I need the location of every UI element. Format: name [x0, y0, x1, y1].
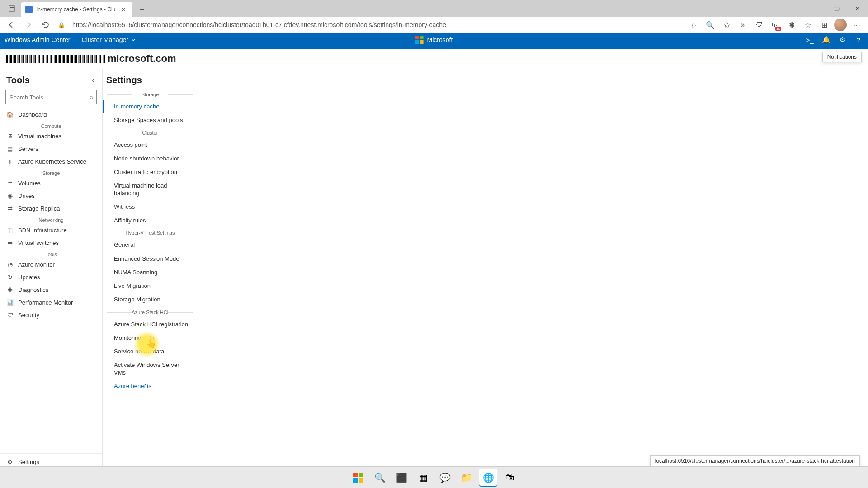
tab-actions-button[interactable] — [5, 1, 19, 16]
settings-item-azure-stack-hci-registration[interactable]: Azure Stack HCI registration — [103, 318, 198, 331]
aks-icon: ⎈ — [6, 158, 14, 165]
settings-item-storage-migration[interactable]: Storage Migration — [103, 293, 198, 306]
extensions-icon[interactable]: ✱ — [784, 17, 799, 33]
vm-icon: 🖥 — [6, 132, 14, 140]
window-maximize[interactable]: ▢ — [826, 0, 847, 17]
sidebar-item-diagnostics[interactable]: ✚Diagnostics — [0, 283, 102, 296]
settings-item-access-point[interactable]: Access point — [103, 138, 198, 152]
sidebar-item-performance-monitor[interactable]: 📊Performance Monitor — [0, 296, 102, 309]
refresh-icon — [42, 21, 50, 29]
collapse-sidebar-button[interactable] — [90, 78, 96, 83]
sidebar-item-azure-kubernetes-service[interactable]: ⎈Azure Kubernetes Service — [0, 155, 102, 168]
windows-logo-icon — [353, 473, 363, 483]
sidebar-item-drives[interactable]: ◉Drives — [0, 189, 102, 202]
shield-icon[interactable]: 🛡 — [751, 17, 767, 33]
help-icon[interactable]: ? — [854, 35, 863, 45]
new-tab-button[interactable]: ＋ — [135, 3, 149, 16]
sidebar-item-dashboard[interactable]: 🏠Dashboard — [0, 108, 102, 121]
notifications-icon[interactable]: 🔔 — [821, 35, 831, 45]
settings-item-node-shutdown-behavior[interactable]: Node shutdown behavior — [103, 152, 198, 165]
sidebar-item-label: Volumes — [18, 180, 41, 187]
settings-item-numa-spanning[interactable]: NUMA Spanning — [103, 266, 198, 279]
wac-product-name[interactable]: Windows Admin Center — [5, 36, 71, 43]
taskbar-widgets[interactable]: ▦ — [414, 469, 432, 487]
tab-bar: In-memory cache - Settings - Clu ✕ ＋ ― ▢… — [0, 0, 868, 17]
favorite-icon[interactable]: ✩ — [719, 17, 734, 33]
tab-title: In-memory cache - Settings - Clu — [36, 6, 115, 13]
replica-icon: ⇄ — [6, 205, 14, 212]
window-close[interactable]: ✕ — [847, 0, 868, 17]
task-view[interactable]: ⬛ — [392, 469, 410, 487]
arrow-left-icon — [7, 21, 15, 29]
settings-group-label: Cluster — [107, 130, 193, 136]
sidebar-settings-label: Settings — [18, 459, 39, 465]
sidebar-item-label: Dashboard — [18, 111, 47, 118]
settings-item-witness[interactable]: Witness — [103, 200, 198, 214]
tools-sidebar: Tools ⌕ 🏠DashboardCompute🖥Virtual machin… — [0, 69, 103, 470]
search-icon[interactable]: ⌕ — [90, 93, 93, 100]
settings-item-virtual-machine-load-balancing[interactable]: Virtual machine load balancing — [103, 179, 198, 200]
taskbar-search[interactable]: 🔍 — [371, 469, 389, 487]
favorites-bar-icon[interactable]: ☆ — [800, 17, 816, 33]
forward-button[interactable] — [21, 17, 36, 33]
sidebar-item-label: Azure Kubernetes Service — [18, 158, 86, 165]
taskbar: 🔍 ⬛ ▦ 💬 📁 🌐 🛍 — [0, 466, 868, 488]
taskbar-store[interactable]: 🛍 — [501, 469, 519, 487]
settings-item-cluster-traffic-encryption[interactable]: Cluster traffic encryption — [103, 165, 198, 179]
settings-item-enhanced-session-mode[interactable]: Enhanced Session Mode — [103, 252, 198, 266]
tools-title: Tools — [6, 75, 90, 85]
microsoft-logo: Microsoft — [415, 36, 453, 44]
sidebar-item-volumes[interactable]: ≣Volumes — [0, 177, 102, 189]
settings-group-label: Azure Stack HCI — [107, 310, 193, 315]
settings-item-service-health-data[interactable]: Service health data — [103, 345, 198, 358]
settings-item-in-memory-cache[interactable]: In-memory cache — [103, 100, 198, 113]
window-minimize[interactable]: ― — [806, 0, 826, 17]
more-menu-icon[interactable]: ⋯ — [849, 17, 864, 33]
overflow-chevron-icon[interactable]: » — [735, 17, 750, 33]
settings-item-live-migration[interactable]: Live Migration — [103, 279, 198, 293]
browser-tab[interactable]: In-memory cache - Settings - Clu ✕ — [21, 2, 132, 17]
tool-group-label: Tools — [0, 249, 102, 258]
diag-icon: ✚ — [6, 286, 14, 293]
tab-close-button[interactable]: ✕ — [119, 6, 128, 13]
sidebar-item-label: Drives — [18, 192, 35, 199]
settings-item-activate-windows-server-vms[interactable]: Activate Windows Server VMs — [103, 358, 198, 380]
collections-icon[interactable]: ⊞ — [816, 17, 832, 33]
sidebar-item-updates[interactable]: ↻Updates — [0, 271, 102, 283]
powershell-icon[interactable]: >_ — [805, 35, 815, 45]
start-button[interactable] — [349, 469, 367, 487]
sidebar-item-virtual-machines[interactable]: 🖥Virtual machines — [0, 130, 102, 142]
settings-item-general[interactable]: General — [103, 238, 198, 252]
profile-avatar[interactable] — [833, 17, 848, 33]
security-icon: 🛡 — [6, 311, 14, 319]
sidebar-item-storage-replica[interactable]: ⇄Storage Replica — [0, 202, 102, 215]
settings-item-storage-spaces-and-pools[interactable]: Storage Spaces and pools — [103, 113, 198, 127]
svg-rect-1 — [10, 7, 14, 8]
sidebar-item-virtual-switches[interactable]: ⇋Virtual switches — [0, 236, 102, 249]
settings-nav: Settings StorageIn-memory cacheStorage S… — [103, 69, 198, 470]
gear-icon[interactable]: ⚙ — [837, 35, 847, 45]
refresh-button[interactable] — [38, 17, 53, 33]
volume-icon: ≣ — [6, 179, 14, 187]
settings-item-affinity-rules[interactable]: Affinity rules — [103, 214, 198, 227]
search-tools-input[interactable] — [5, 90, 97, 104]
taskbar-edge[interactable]: 🌐 — [479, 469, 497, 487]
perf-icon: 📊 — [6, 299, 14, 306]
taskbar-chat[interactable]: 💬 — [436, 469, 454, 487]
search-address-icon[interactable]: ⌕ — [686, 17, 702, 33]
context-label: Cluster Manager — [82, 36, 129, 43]
settings-item-azure-benefits[interactable]: Azure benefits — [103, 380, 198, 393]
taskbar-explorer[interactable]: 📁 — [458, 469, 476, 487]
url-input[interactable] — [70, 18, 684, 32]
microsoft-brand-text: Microsoft — [427, 36, 453, 43]
sidebar-item-servers[interactable]: ▤Servers — [0, 142, 102, 155]
shopping-icon[interactable]: 🛍10 — [768, 17, 783, 33]
sidebar-item-security[interactable]: 🛡Security — [0, 309, 102, 321]
sidebar-item-azure-monitor[interactable]: ◔Azure Monitor — [0, 258, 102, 271]
back-button[interactable] — [4, 17, 19, 33]
workspace: Tools ⌕ 🏠DashboardCompute🖥Virtual machin… — [0, 69, 868, 470]
context-dropdown[interactable]: Cluster Manager — [82, 36, 136, 43]
settings-item-monitoring-data[interactable]: Monitoring data — [103, 331, 198, 345]
sidebar-item-sdn-infrastructure[interactable]: ◫SDN Infrastructure — [0, 224, 102, 236]
zoom-icon[interactable]: 🔍 — [703, 17, 718, 33]
